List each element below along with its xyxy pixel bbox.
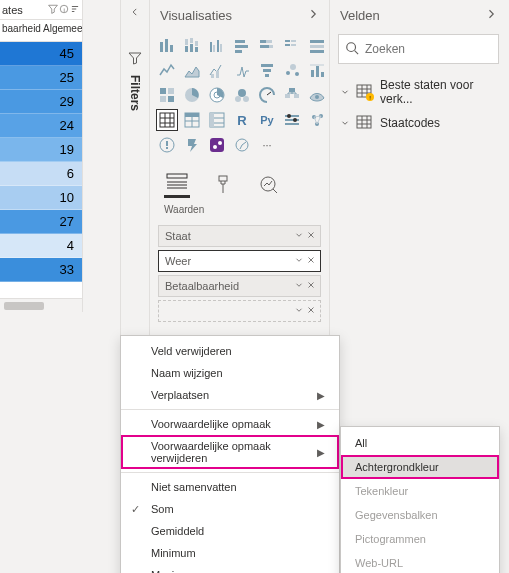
- viz-ribbon-icon[interactable]: [231, 59, 253, 81]
- viz-qa-icon[interactable]: [156, 134, 178, 156]
- chevron-down-icon[interactable]: [294, 280, 304, 292]
- table-cell[interactable]: 29: [0, 90, 82, 114]
- viz-power-apps-icon[interactable]: [181, 134, 203, 156]
- viz-stacked-bar-icon[interactable]: [156, 34, 178, 56]
- menu-item[interactable]: Minimum: [121, 542, 339, 564]
- chevron-down-icon[interactable]: [294, 230, 304, 242]
- submenu-item[interactable]: Tekenkleur: [341, 479, 499, 503]
- chevron-right-icon[interactable]: [307, 8, 319, 23]
- menu-item[interactable]: Verplaatsen▶: [121, 384, 339, 406]
- viz-pivot-icon[interactable]: [206, 109, 228, 131]
- menu-item-label: Niet samenvatten: [151, 481, 237, 493]
- menu-item[interactable]: Naam wijzigen: [121, 362, 339, 384]
- viz-python-visual-icon[interactable]: Py: [256, 109, 278, 131]
- table-cell[interactable]: 6: [0, 162, 82, 186]
- submenu-item[interactable]: All: [341, 431, 499, 455]
- chevron-down-icon[interactable]: [294, 255, 304, 267]
- viz-combo-icon[interactable]: [206, 59, 228, 81]
- svg-rect-5: [185, 46, 188, 52]
- menu-item[interactable]: Voorwaardelijke opmaak verwijderen▶: [121, 435, 339, 469]
- viz-stacked-bar-h-icon[interactable]: [256, 34, 278, 56]
- field-well[interactable]: Staat: [158, 225, 321, 247]
- chevron-down-icon[interactable]: [294, 305, 304, 317]
- close-icon[interactable]: [306, 230, 316, 242]
- field-well[interactable]: [158, 300, 321, 322]
- svg-text:i: i: [63, 6, 64, 12]
- viz-matrix-icon[interactable]: [181, 109, 203, 131]
- chevron-left-icon[interactable]: [130, 6, 140, 20]
- menu-item[interactable]: Voorwaardelijke opmaak▶: [121, 413, 339, 435]
- menu-item-label: Som: [151, 503, 174, 515]
- analytics-tab[interactable]: [256, 172, 282, 198]
- viz-clustered-column-icon[interactable]: [206, 34, 228, 56]
- table-cell[interactable]: 45: [0, 42, 82, 66]
- viz-scatter-icon[interactable]: [281, 59, 303, 81]
- viz-clustered-bar-icon[interactable]: [281, 34, 303, 56]
- table-cell[interactable]: 10: [0, 186, 82, 210]
- viz-funnel-icon[interactable]: [256, 59, 278, 81]
- table-cell[interactable]: 4: [0, 234, 82, 258]
- search-box[interactable]: [338, 34, 499, 64]
- filters-label[interactable]: Filters: [128, 75, 142, 111]
- close-icon[interactable]: [306, 255, 316, 267]
- viz-treemap-icon[interactable]: [156, 84, 178, 106]
- viz-area-icon[interactable]: [181, 59, 203, 81]
- submenu-item[interactable]: Pictogrammen: [341, 527, 499, 551]
- search-input[interactable]: [365, 42, 509, 56]
- info-icon[interactable]: i: [59, 4, 69, 16]
- close-icon[interactable]: [306, 305, 316, 317]
- viz-stacked-column-icon[interactable]: [181, 34, 203, 56]
- menu-item-label: Gemiddeld: [151, 525, 204, 537]
- viz-decomposition-icon[interactable]: [231, 84, 253, 106]
- filter-icon[interactable]: [48, 4, 58, 16]
- viz-gauge-icon[interactable]: [256, 84, 278, 106]
- svg-rect-52: [294, 94, 299, 98]
- svg-point-49: [243, 96, 249, 102]
- viz-more-icon[interactable]: ···: [256, 134, 278, 156]
- viz-r-visual-icon[interactable]: R: [231, 109, 253, 131]
- table-item[interactable]: Staatcodes: [338, 110, 499, 136]
- submenu-item[interactable]: Web-URL: [341, 551, 499, 573]
- format-tab[interactable]: [210, 172, 236, 198]
- viz-kpi-icon[interactable]: [231, 134, 253, 156]
- table-cell[interactable]: 24: [0, 114, 82, 138]
- svg-rect-8: [190, 38, 193, 43]
- viz-key-influencers-icon[interactable]: [306, 109, 328, 131]
- chevron-right-icon[interactable]: [485, 8, 497, 23]
- menu-item[interactable]: Veld verwijderen: [121, 340, 339, 362]
- viz-pie-icon[interactable]: [181, 84, 203, 106]
- submenu-item[interactable]: Gegevensbalken: [341, 503, 499, 527]
- viz-line-icon[interactable]: [156, 59, 178, 81]
- horizontal-scrollbar[interactable]: [0, 298, 82, 312]
- menu-item[interactable]: Niet samenvatten: [121, 476, 339, 498]
- format-tabs: [150, 160, 329, 202]
- scrollbar-thumb[interactable]: [4, 302, 44, 310]
- menu-item[interactable]: ✓Som: [121, 498, 339, 520]
- viz-table-icon[interactable]: [156, 109, 178, 131]
- viz-100-bar-icon[interactable]: [306, 34, 328, 56]
- viz-slicer-icon[interactable]: [281, 109, 303, 131]
- viz-paginated-icon[interactable]: [206, 134, 228, 156]
- table-cell[interactable]: 27: [0, 210, 82, 234]
- table-cell[interactable]: 19: [0, 138, 82, 162]
- viz-map-icon[interactable]: [306, 84, 328, 106]
- submenu-item[interactable]: Achtergrondkleur: [341, 455, 499, 479]
- table-cell[interactable]: 33: [0, 258, 82, 282]
- svg-text:···: ···: [262, 139, 271, 151]
- viz-waterfall-icon[interactable]: [306, 59, 328, 81]
- table-cell[interactable]: 25: [0, 66, 82, 90]
- field-well[interactable]: Weer: [158, 250, 321, 272]
- column-header[interactable]: ates i: [0, 0, 82, 20]
- sort-icon[interactable]: [70, 4, 80, 16]
- field-well[interactable]: Betaalbaarheid: [158, 275, 321, 297]
- table-item[interactable]: !Beste staten voor verk...: [338, 74, 499, 110]
- viz-donut-icon[interactable]: [206, 84, 228, 106]
- viz-bar-icon[interactable]: [231, 34, 253, 56]
- funnel-icon[interactable]: [127, 50, 143, 69]
- svg-rect-54: [160, 113, 174, 127]
- menu-item[interactable]: Gemiddeld: [121, 520, 339, 542]
- close-icon[interactable]: [306, 280, 316, 292]
- viz-hierarchy-icon[interactable]: [281, 84, 303, 106]
- menu-item[interactable]: Maximum: [121, 564, 339, 573]
- fields-tab[interactable]: [164, 172, 190, 198]
